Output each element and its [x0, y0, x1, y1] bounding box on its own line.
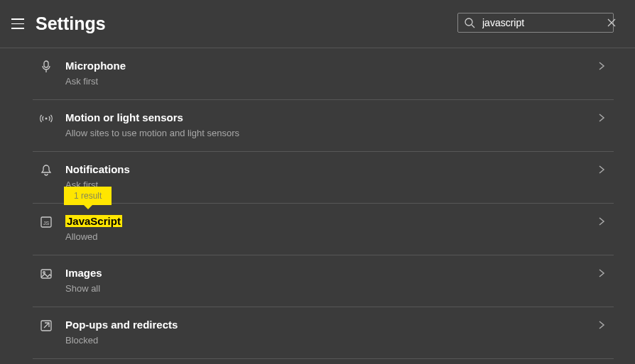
header: Settings	[0, 0, 635, 48]
clear-icon[interactable]	[607, 18, 617, 28]
row-subtitle: Allow sites to use motion and light sens…	[65, 128, 597, 138]
row-subtitle: Blocked	[65, 335, 597, 346]
row-content: Microphone Ask first	[65, 58, 597, 87]
row-title: JavaScript	[65, 214, 597, 228]
row-subtitle: Allowed	[65, 231, 597, 242]
search-highlight: JavaScript	[65, 215, 122, 227]
row-subtitle: Ask first	[65, 76, 597, 87]
svg-rect-9	[41, 270, 51, 278]
chevron-right-icon	[597, 113, 607, 123]
svg-text:JS: JS	[43, 221, 50, 226]
motion-sensors-icon	[40, 112, 53, 125]
setting-row-images[interactable]: Images Show all	[33, 255, 614, 307]
search-icon	[464, 17, 475, 28]
svg-line-1	[472, 25, 474, 28]
bell-icon	[40, 164, 53, 177]
row-content: Pop-ups and redirects Blocked	[65, 317, 597, 346]
search-input[interactable]	[482, 17, 607, 28]
settings-list: Microphone Ask first Motion or light sen…	[33, 48, 614, 364]
row-title: Notifications	[65, 162, 597, 177]
setting-row-javascript[interactable]: JS 1 result JavaScript Allowed	[33, 204, 614, 255]
images-icon	[40, 268, 53, 280]
row-subtitle: Ask first	[65, 180, 597, 190]
row-subtitle: Show all	[65, 283, 597, 294]
svg-point-10	[43, 272, 45, 274]
chevron-right-icon	[597, 61, 607, 71]
row-title: Motion or light sensors	[65, 110, 597, 125]
svg-rect-4	[44, 61, 48, 67]
setting-row-motion-sensors[interactable]: Motion or light sensors Allow sites to u…	[33, 100, 614, 152]
row-content: 1 result JavaScript Allowed	[65, 214, 597, 242]
row-title: Microphone	[65, 58, 597, 73]
row-title: Images	[65, 265, 597, 280]
svg-point-0	[465, 18, 472, 26]
microphone-icon	[40, 60, 53, 73]
row-content: Images Show all	[65, 265, 597, 294]
chevron-right-icon	[597, 320, 607, 330]
setting-row-microphone[interactable]: Microphone Ask first	[33, 48, 614, 100]
search-result-tooltip: 1 result	[64, 187, 112, 205]
row-content: Motion or light sensors Allow sites to u…	[65, 110, 597, 138]
svg-point-6	[45, 118, 48, 120]
chevron-right-icon	[597, 268, 607, 278]
setting-row-notifications[interactable]: Notifications Ask first	[33, 152, 614, 204]
setting-row-ads[interactable]: Ads Blocked	[33, 359, 614, 364]
page-title: Settings	[36, 13, 106, 34]
svg-line-12	[44, 323, 49, 328]
chevron-right-icon	[597, 165, 607, 175]
popup-icon	[40, 319, 53, 332]
search-box[interactable]	[457, 13, 614, 33]
chevron-right-icon	[597, 216, 607, 226]
row-content: Notifications Ask first	[65, 162, 597, 190]
hamburger-menu-icon[interactable]	[11, 17, 26, 31]
javascript-icon: JS	[40, 216, 53, 228]
setting-row-popups[interactable]: Pop-ups and redirects Blocked	[33, 307, 614, 359]
row-title: Pop-ups and redirects	[65, 317, 597, 332]
